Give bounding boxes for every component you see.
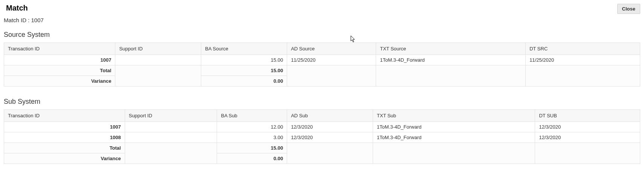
col-dt-sub: DT SUB bbox=[535, 110, 640, 122]
sub-system-table: Transaction ID Support ID BA Sub AD Sub … bbox=[4, 109, 640, 164]
table-row: 1008 3.00 12/3/2020 1ToM.3-4D_Forward 12… bbox=[4, 132, 640, 143]
col-transaction-id: Transaction ID bbox=[4, 43, 115, 55]
cell-support-id bbox=[115, 55, 201, 65]
variance-label: Variance bbox=[4, 76, 115, 86]
total-label: Total bbox=[4, 65, 115, 76]
cell-ad: 12/3/2020 bbox=[287, 132, 373, 143]
variance-value: 0.00 bbox=[217, 153, 287, 164]
cell-txt: 1ToM.3-4D_Forward bbox=[373, 132, 535, 143]
col-ad-source: AD Source bbox=[287, 43, 376, 55]
cell-transaction-id: 1008 bbox=[4, 132, 125, 143]
empty-cell bbox=[287, 65, 376, 86]
variance-value: 0.00 bbox=[201, 76, 287, 86]
empty-cell bbox=[287, 143, 373, 164]
cell-dt: 12/3/2020 bbox=[535, 122, 640, 132]
source-system-table: Transaction ID Support ID BA Source AD S… bbox=[4, 42, 640, 86]
cell-ba: 3.00 bbox=[217, 132, 287, 143]
cell-ba: 15.00 bbox=[201, 55, 287, 65]
col-txt-source: TXT Source bbox=[376, 43, 526, 55]
cell-txt: 1ToM.3-4D_Forward bbox=[373, 122, 535, 132]
col-ba-source: BA Source bbox=[201, 43, 287, 55]
total-value: 15.00 bbox=[201, 65, 287, 76]
cell-support-id bbox=[125, 122, 217, 132]
sub-system-title: Sub System bbox=[4, 98, 640, 106]
col-support-id: Support ID bbox=[115, 43, 201, 55]
table-row: 1007 15.00 11/25/2020 1ToM.3-4D_Forward … bbox=[4, 55, 640, 65]
total-row: Total 15.00 bbox=[4, 143, 640, 153]
col-support-id: Support ID bbox=[125, 110, 217, 122]
total-value: 15.00 bbox=[217, 143, 287, 153]
empty-cell bbox=[376, 65, 526, 86]
cell-transaction-id: 1007 bbox=[4, 55, 115, 65]
source-system-title: Source System bbox=[4, 31, 640, 39]
cell-dt: 12/3/2020 bbox=[535, 132, 640, 143]
cell-dt: 11/25/2020 bbox=[526, 55, 640, 65]
cell-ad: 11/25/2020 bbox=[287, 55, 376, 65]
table-header-row: Transaction ID Support ID BA Source AD S… bbox=[4, 43, 640, 55]
col-txt-sub: TXT Sub bbox=[373, 110, 535, 122]
empty-cell bbox=[535, 143, 640, 164]
cell-transaction-id: 1007 bbox=[4, 122, 125, 132]
empty-cell bbox=[373, 143, 535, 164]
match-id-label: Match ID : 1007 bbox=[4, 17, 640, 23]
col-dt-src: DT SRC bbox=[526, 43, 640, 55]
close-button[interactable]: Close bbox=[617, 4, 640, 14]
col-ba-sub: BA Sub bbox=[217, 110, 287, 122]
cell-ba: 12.00 bbox=[217, 122, 287, 132]
empty-cell bbox=[115, 65, 201, 86]
cell-ad: 12/3/2020 bbox=[287, 122, 373, 132]
empty-cell bbox=[125, 143, 217, 164]
table-row: 1007 12.00 12/3/2020 1ToM.3-4D_Forward 1… bbox=[4, 122, 640, 132]
col-ad-sub: AD Sub bbox=[287, 110, 373, 122]
total-row: Total 15.00 bbox=[4, 65, 640, 76]
col-transaction-id: Transaction ID bbox=[4, 110, 125, 122]
empty-cell bbox=[526, 65, 640, 86]
variance-label: Variance bbox=[4, 153, 125, 164]
total-label: Total bbox=[4, 143, 125, 153]
table-header-row: Transaction ID Support ID BA Sub AD Sub … bbox=[4, 110, 640, 122]
cell-txt: 1ToM.3-4D_Forward bbox=[376, 55, 526, 65]
cell-support-id bbox=[125, 132, 217, 143]
page-title: Match bbox=[4, 4, 28, 12]
